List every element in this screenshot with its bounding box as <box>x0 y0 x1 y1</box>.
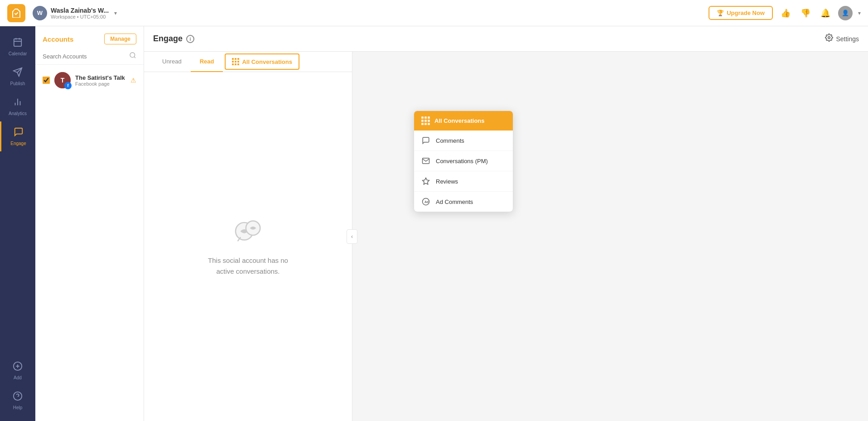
sidebar-bottom: Add Help <box>0 356 35 416</box>
list-item[interactable]: T f The Satirist's Talk Facebook page ⚠ <box>35 68 144 92</box>
svg-text:T: T <box>61 77 65 84</box>
svg-text:Ad: Ad <box>424 200 429 203</box>
user-avatar-button[interactable]: 👤 <box>838 6 853 20</box>
all-conversations-dropdown-button[interactable]: All Conversations <box>225 53 299 70</box>
filter-dropdown-menu: All Conversations Comments <box>414 111 513 212</box>
envelope-icon <box>421 156 430 165</box>
gear-icon <box>825 34 833 44</box>
workspace-details: Wasla Zainab's W... Workspace • UTC+05:0… <box>51 7 109 19</box>
sidebar-label-help: Help <box>13 405 23 410</box>
dropdown-header-label: All Conversations <box>434 117 485 124</box>
workspace-chevron-icon[interactable]: ▾ <box>114 10 117 16</box>
header-right: 🏆 Upgrade Now 👍 👎 🔔 👤 ▾ <box>709 6 861 20</box>
dropdown-label-ad-comments: Ad Comments <box>436 198 473 205</box>
account-checkbox[interactable] <box>43 77 50 84</box>
empty-state-text: This social account has no active conver… <box>208 255 288 277</box>
empty-state: This social account has no active conver… <box>144 72 352 421</box>
workspace-info: W Wasla Zainab's W... Workspace • UTC+05… <box>33 6 709 20</box>
tabs-bar: Unread Read <box>144 52 352 72</box>
settings-label: Settings <box>836 35 859 43</box>
main-layout: Calendar Publish Analytics <box>0 26 868 421</box>
account-type: Facebook page <box>75 81 126 87</box>
accounts-panel: Accounts Manage T <box>35 26 144 421</box>
engage-main <box>352 52 868 421</box>
trophy-icon: 🏆 <box>717 10 724 16</box>
svg-rect-0 <box>14 39 22 47</box>
engage-content: Unread Read <box>144 52 868 421</box>
svg-marker-21 <box>423 178 429 184</box>
dropdown-item-reviews[interactable]: Reviews <box>414 171 513 192</box>
analytics-icon <box>13 97 23 109</box>
notifications-icon[interactable]: 🔔 <box>818 6 833 20</box>
sidebar-label-add: Add <box>14 375 22 380</box>
all-conversations-label: All Conversations <box>242 58 292 65</box>
accounts-title: Accounts <box>43 35 73 43</box>
ad-icon: Ad <box>421 197 430 206</box>
star-icon <box>421 177 430 186</box>
sidebar-label-calendar: Calendar <box>9 51 27 56</box>
warning-icon: ⚠ <box>130 77 136 84</box>
account-avatar-wrap: T f <box>54 72 71 88</box>
icon-sidebar: Calendar Publish Analytics <box>0 26 35 421</box>
engage-header: Engage i Settings <box>144 26 868 52</box>
add-icon <box>13 361 23 373</box>
search-accounts-input[interactable] <box>43 53 129 60</box>
facebook-badge: f <box>64 82 72 89</box>
dropdown-item-comments[interactable]: Comments <box>414 131 513 151</box>
help-icon <box>13 391 23 403</box>
sidebar-label-publish: Publish <box>10 81 25 86</box>
no-conversations-icon <box>232 216 264 250</box>
publish-icon <box>13 67 23 79</box>
user-initial: 👤 <box>842 10 849 16</box>
dropdown-label-conversations-pm: Conversations (PM) <box>436 158 488 165</box>
sidebar-item-publish[interactable]: Publish <box>0 62 35 92</box>
top-header: W Wasla Zainab's W... Workspace • UTC+05… <box>0 0 868 26</box>
engage-title: Engage i <box>153 34 194 44</box>
svg-line-15 <box>134 57 135 58</box>
dropdown-grid-icon <box>421 116 430 125</box>
svg-point-18 <box>828 37 830 39</box>
calendar-icon <box>13 37 23 49</box>
search-accounts-bar <box>35 48 144 65</box>
sidebar-item-add[interactable]: Add <box>0 356 35 386</box>
settings-button[interactable]: Settings <box>825 34 859 44</box>
user-dropdown-chevron-icon[interactable]: ▾ <box>858 10 861 16</box>
sidebar-item-analytics[interactable]: Analytics <box>0 92 35 121</box>
sidebar-label-engage: Engage <box>10 141 26 146</box>
comment-icon <box>421 136 430 145</box>
grid-icon <box>232 58 239 65</box>
collapse-handle[interactable]: ‹ <box>347 229 357 244</box>
dropdown-label-comments: Comments <box>436 137 464 144</box>
info-icon[interactable]: i <box>186 35 194 43</box>
account-name: The Satirist's Talk <box>75 74 126 81</box>
sidebar-item-engage[interactable]: Engage <box>0 121 35 151</box>
tab-unread[interactable]: Unread <box>153 52 191 72</box>
dropdown-header[interactable]: All Conversations <box>414 111 513 131</box>
content-area: Engage i Settings Unread Rea <box>144 26 868 421</box>
svg-point-14 <box>130 53 135 58</box>
sidebar-item-calendar[interactable]: Calendar <box>0 32 35 62</box>
dropdown-item-ad-comments[interactable]: Ad Ad Comments <box>414 192 513 212</box>
conversations-panel: Unread Read <box>144 52 352 421</box>
sidebar-label-analytics: Analytics <box>9 111 27 116</box>
upgrade-now-button[interactable]: 🏆 Upgrade Now <box>709 6 773 20</box>
tab-read[interactable]: Read <box>191 52 223 72</box>
thumbs-down-icon[interactable]: 👎 <box>798 6 813 20</box>
workspace-name: Wasla Zainab's W... <box>51 7 109 14</box>
accounts-header: Accounts Manage <box>35 26 144 48</box>
app-logo <box>7 4 25 22</box>
dropdown-label-reviews: Reviews <box>436 178 458 185</box>
thumbs-up-icon[interactable]: 👍 <box>778 6 793 20</box>
account-list: T f The Satirist's Talk Facebook page ⚠ <box>35 65 144 421</box>
account-info: The Satirist's Talk Facebook page <box>75 74 126 87</box>
workspace-avatar: W <box>33 6 47 20</box>
search-icon <box>129 52 136 61</box>
manage-button[interactable]: Manage <box>104 34 136 44</box>
dropdown-item-conversations-pm[interactable]: Conversations (PM) <box>414 151 513 171</box>
workspace-sub: Workspace • UTC+05:00 <box>51 14 109 19</box>
sidebar-item-help[interactable]: Help <box>0 386 35 416</box>
engage-icon <box>14 127 24 139</box>
